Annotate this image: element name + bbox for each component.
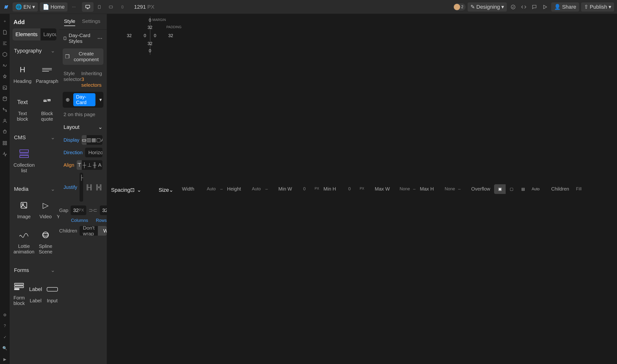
justify-start-button[interactable]: ├	[79, 173, 83, 182]
share-button[interactable]: 👤 Share	[551, 2, 579, 12]
more-icon[interactable]: ⋯	[97, 35, 103, 41]
selector-input[interactable]: ⊕ Day-Card ▾	[63, 92, 103, 108]
element-paragraph[interactable]: Paragraph	[34, 57, 59, 91]
webflow-logo-icon[interactable]	[3, 4, 9, 10]
assets-icon[interactable]	[0, 83, 10, 92]
ecommerce-icon[interactable]	[0, 127, 10, 137]
tablet-landscape-button[interactable]	[105, 2, 117, 12]
chevron-down-icon[interactable]: ▾	[99, 97, 102, 103]
justify-around-button[interactable]: ╠╣	[95, 182, 103, 192]
minw-input[interactable]: 0PX	[301, 185, 321, 193]
justify-label: Justify	[64, 184, 77, 190]
section-spacing[interactable]: Spacing ⊡ ⌄	[107, 14, 146, 364]
element-block-quote[interactable]: ❝❞Block quote	[34, 92, 59, 126]
page-selector[interactable]: 📄 Home	[40, 2, 68, 12]
element-label[interactable]: LabelLabel	[28, 277, 44, 311]
preview-icon[interactable]	[541, 3, 549, 11]
maxw-input[interactable]: None–	[398, 185, 418, 193]
section-media[interactable]: Media ⌄	[10, 182, 59, 195]
element-heading[interactable]: HHeading	[12, 57, 33, 91]
minh-input[interactable]: 0PX	[346, 185, 366, 193]
class-name-row[interactable]: Day-Card Styles ⋯	[59, 30, 107, 47]
align-baseline-button[interactable]: A	[97, 160, 102, 170]
overflow-auto-button[interactable]: Auto	[529, 184, 542, 194]
component-icon: ❒	[65, 54, 70, 60]
wrap-button[interactable]: Wrap	[98, 226, 106, 236]
collaborators[interactable]: 2	[453, 3, 466, 11]
more-icon[interactable]: ⋯	[69, 3, 78, 11]
overflow-hidden-button[interactable]: ▢	[506, 184, 517, 194]
tablet-breakpoint-button[interactable]	[93, 2, 105, 12]
element-text-block[interactable]: TextText block	[12, 92, 33, 126]
display-inline-block-button[interactable]: ▢	[96, 135, 101, 145]
height-input[interactable]: Auto–	[250, 185, 270, 193]
align-stretch-button[interactable]: ╫	[92, 160, 97, 170]
gap-column-input[interactable]: 32PX	[71, 206, 86, 215]
tab-layouts[interactable]: Layouts	[40, 28, 56, 40]
align-start-button[interactable]: ⊤	[77, 160, 82, 170]
spacing-preset-icon[interactable]: ⊡	[130, 187, 134, 193]
language-selector[interactable]: 🌐 EN ▾	[13, 2, 38, 12]
logic-icon[interactable]	[0, 105, 10, 115]
video-icon[interactable]: ▶	[0, 354, 10, 364]
element-spline[interactable]: Spline Scene	[37, 225, 54, 259]
width-input[interactable]: Auto–	[205, 185, 225, 193]
wrap-none-button[interactable]: Don't wrap	[79, 226, 98, 236]
section-forms[interactable]: Forms ⌄	[10, 264, 59, 277]
align-end-button[interactable]: ⊥	[87, 160, 92, 170]
cms-icon[interactable]	[0, 94, 10, 104]
display-inline-button[interactable]: AA	[101, 135, 103, 145]
apps-icon[interactable]	[0, 138, 10, 148]
svg-rect-2	[109, 6, 113, 8]
overflow-visible-button[interactable]: ▣	[494, 184, 506, 194]
code-icon[interactable]	[519, 3, 528, 11]
display-block-button[interactable]: ▭	[82, 135, 87, 145]
section-typography[interactable]: Typography ⌄	[10, 44, 59, 57]
selector-chip[interactable]: Day-Card	[73, 93, 95, 106]
tab-style[interactable]: Style	[64, 18, 75, 26]
components-icon[interactable]	[0, 50, 10, 59]
audit-icon[interactable]: ✓	[0, 332, 10, 342]
element-image[interactable]: Image	[12, 195, 36, 224]
section-size[interactable]: Size ⌄	[154, 14, 178, 364]
justify-between-button[interactable]: ╟╢	[86, 182, 93, 192]
mode-selector[interactable]: ✎ Designing ▾	[468, 2, 507, 12]
target-icon[interactable]: ⊕	[64, 96, 71, 104]
overflow-scroll-button[interactable]: ▤	[517, 184, 529, 194]
styles-icon[interactable]	[0, 72, 10, 81]
tab-settings[interactable]: Settings	[82, 18, 100, 26]
check-icon[interactable]	[509, 3, 517, 11]
align-center-button[interactable]: ┼	[82, 160, 87, 170]
canvas-width-display[interactable]: 1291 PX	[134, 4, 154, 10]
direction-horizontal[interactable]: Horizontal	[85, 148, 103, 157]
element-lottie[interactable]: Lottie animation	[12, 225, 36, 259]
element-input[interactable]: Input	[45, 277, 59, 311]
users-icon[interactable]	[0, 116, 10, 126]
gap-row-input[interactable]: 32PX	[100, 206, 107, 215]
search-icon[interactable]: 🔍	[0, 343, 10, 353]
section-cms[interactable]: CMS ⌄	[10, 131, 59, 144]
create-component-button[interactable]: ❒ Create component	[63, 48, 103, 65]
desktop-breakpoint-button[interactable]	[82, 2, 93, 12]
display-flex-button[interactable]: ▥	[87, 135, 91, 145]
link-icon[interactable]: ⊃⊂	[89, 208, 97, 213]
element-collection-list[interactable]: Collection list	[12, 144, 36, 178]
add-icon[interactable]: ＋	[0, 16, 10, 26]
display-grid-button[interactable]: ▦	[91, 135, 96, 145]
navigator-icon[interactable]	[0, 39, 10, 48]
comment-icon[interactable]	[530, 3, 539, 11]
element-video[interactable]: ▷Video	[37, 195, 54, 224]
mobile-breakpoint-button[interactable]	[117, 2, 128, 12]
help-icon[interactable]: ?	[0, 321, 10, 331]
tab-elements[interactable]: Elements	[13, 28, 40, 40]
pages-icon[interactable]	[0, 27, 10, 37]
activity-icon[interactable]	[0, 149, 10, 159]
maxh-input[interactable]: None–	[443, 185, 462, 193]
element-youtube[interactable]: YouTube	[55, 195, 59, 224]
children-fit-select[interactable]: Fill	[574, 185, 613, 193]
variables-icon[interactable]	[0, 61, 10, 70]
publish-button[interactable]: ⇧ Publish ▾	[581, 2, 614, 12]
section-layout[interactable]: Layout ⌄	[59, 120, 107, 133]
element-form-block[interactable]: Form block	[12, 277, 26, 311]
settings-icon[interactable]: ⚙	[0, 310, 10, 320]
